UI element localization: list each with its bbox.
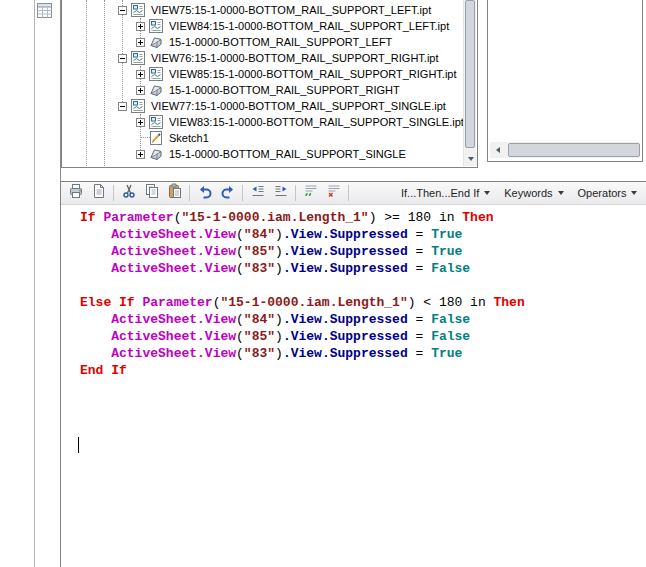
snippets-dropdown[interactable]: If...Then...End If xyxy=(394,183,497,204)
tree-item-label: VIEW84:15-1-0000-BOTTOM_RAIL_SUPPORT_LEF… xyxy=(167,19,451,33)
toolbar-separator xyxy=(189,185,190,201)
comment-button[interactable] xyxy=(299,183,322,204)
expand-icon[interactable] xyxy=(136,118,145,127)
code-line[interactable]: ActiveSheet.View("84").View.Suppressed =… xyxy=(80,226,646,243)
indent-icon xyxy=(273,183,289,203)
code-token-pl: = xyxy=(408,227,431,242)
code-token-bool: True xyxy=(431,346,462,361)
code-token-pl: = xyxy=(408,261,431,276)
cut-button[interactable] xyxy=(117,183,140,204)
collapse-icon[interactable] xyxy=(118,54,127,63)
undo-button[interactable] xyxy=(193,183,216,204)
text-caret xyxy=(78,437,79,453)
code-line[interactable] xyxy=(80,277,646,294)
ilogic-editor-window: VIEW75:15-1-0000-BOTTOM_RAIL_SUPPORT_LEF… xyxy=(0,0,646,567)
code-token-fn: ActiveSheet.View xyxy=(111,346,236,361)
paste-button[interactable] xyxy=(163,183,186,204)
tree-item[interactable]: 15-1-0000-BOTTOM_RAIL_SUPPORT_SINGLE xyxy=(62,146,463,162)
toolbar-separator xyxy=(242,185,243,201)
code-token-str: "84" xyxy=(244,227,275,242)
outdent-icon xyxy=(250,183,266,203)
decrease-indent-button[interactable] xyxy=(246,183,269,204)
code-token-kw: Then xyxy=(494,295,525,310)
arrow-down-icon xyxy=(468,157,474,161)
scroll-down-button[interactable] xyxy=(464,152,477,166)
preview-button[interactable] xyxy=(87,183,110,204)
drawing-view-icon xyxy=(130,3,146,17)
code-token-pl: ) >= 180 in xyxy=(369,210,463,225)
increase-indent-button[interactable] xyxy=(269,183,292,204)
drawing-view-icon xyxy=(148,115,164,129)
expand-icon[interactable] xyxy=(136,38,145,47)
expand-icon[interactable] xyxy=(136,70,145,79)
tree-item[interactable]: VIEW84:15-1-0000-BOTTOM_RAIL_SUPPORT_LEF… xyxy=(62,18,463,34)
keywords-dropdown[interactable]: Keywords xyxy=(497,183,570,204)
toolbar-separator xyxy=(348,185,349,201)
code-area[interactable]: If Parameter("15-1-0000.iam.Length_1") >… xyxy=(61,205,646,379)
code-token-pl: ( xyxy=(236,346,244,361)
tree-item[interactable]: 15-1-0000-BOTTOM_RAIL_SUPPORT_LEFT xyxy=(62,34,463,50)
panel-edge-line xyxy=(34,0,35,567)
chevron-down-icon xyxy=(631,191,637,195)
code-line[interactable]: If Parameter("15-1-0000.iam.Length_1") >… xyxy=(80,209,646,226)
tree-item[interactable]: Sketch1 xyxy=(62,130,463,146)
code-token-bool: False xyxy=(431,329,470,344)
tree-item-label: VIEW85:15-1-0000-BOTTOM_RAIL_SUPPORT_RIG… xyxy=(167,67,459,81)
scroll-left-button[interactable] xyxy=(490,142,505,158)
chevron-down-icon xyxy=(558,191,564,195)
drawing-view-icon xyxy=(148,19,164,33)
code-token-pl xyxy=(80,312,111,327)
print-button[interactable] xyxy=(64,183,87,204)
tree-vertical-scrollbar[interactable] xyxy=(463,0,476,166)
code-token-pl: = xyxy=(408,244,431,259)
tree-item[interactable]: VIEW85:15-1-0000-BOTTOM_RAIL_SUPPORT_RIG… xyxy=(62,66,463,82)
code-line[interactable]: Else If Parameter("15-1-0000.iam.Length_… xyxy=(80,294,646,311)
operators-dropdown[interactable]: Operators xyxy=(571,183,645,204)
code-token-pl: ( xyxy=(236,244,244,259)
code-token-kw: Then xyxy=(462,210,493,225)
collapse-icon[interactable] xyxy=(118,102,127,111)
code-token-kw: If xyxy=(80,210,103,225)
code-token-pl xyxy=(80,244,111,259)
clipboard-icon xyxy=(167,183,183,203)
redo-button[interactable] xyxy=(216,183,239,204)
code-token-prop: .View.Suppressed xyxy=(283,244,408,259)
code-token-prop: .View.Suppressed xyxy=(283,227,408,242)
model-tree-panel: VIEW75:15-1-0000-BOTTOM_RAIL_SUPPORT_LEF… xyxy=(61,0,478,168)
tree-item-label: 15-1-0000-BOTTOM_RAIL_SUPPORT_RIGHT xyxy=(167,83,402,97)
expand-icon[interactable] xyxy=(136,86,145,95)
code-token-pl xyxy=(80,346,111,361)
code-token-pl: ) xyxy=(275,329,283,344)
drawing-view-icon xyxy=(130,51,146,65)
drawing-view-icon xyxy=(148,67,164,81)
snippets-grid-icon[interactable] xyxy=(37,3,52,18)
scrollbar-thumb[interactable] xyxy=(508,143,640,157)
code-line[interactable]: ActiveSheet.View("85").View.Suppressed =… xyxy=(80,328,646,345)
collapse-icon[interactable] xyxy=(118,6,127,15)
code-token-str: "85" xyxy=(244,244,275,259)
expand-icon[interactable] xyxy=(136,150,145,159)
copy-button[interactable] xyxy=(140,183,163,204)
code-token-fn: ActiveSheet.View xyxy=(111,329,236,344)
part-icon xyxy=(148,83,164,97)
expand-icon[interactable] xyxy=(136,22,145,31)
code-line[interactable]: ActiveSheet.View("85").View.Suppressed =… xyxy=(80,243,646,260)
scrollbar-thumb[interactable] xyxy=(465,0,475,148)
tree-item[interactable]: VIEW75:15-1-0000-BOTTOM_RAIL_SUPPORT_LEF… xyxy=(62,2,463,18)
code-token-kw: Else If xyxy=(80,295,142,310)
code-token-pl: = xyxy=(408,312,431,327)
code-token-pl: ) xyxy=(275,261,283,276)
code-line[interactable]: ActiveSheet.View("84").View.Suppressed =… xyxy=(80,311,646,328)
code-line[interactable]: ActiveSheet.View("83").View.Suppressed =… xyxy=(80,345,646,362)
code-line[interactable]: End If xyxy=(80,362,646,379)
secondary-horizontal-scrollbar[interactable] xyxy=(490,142,640,158)
tree-item[interactable]: VIEW77:15-1-0000-BOTTOM_RAIL_SUPPORT_SIN… xyxy=(62,98,463,114)
code-token-prop: .View.Suppressed xyxy=(283,346,408,361)
uncomment-button[interactable] xyxy=(322,183,345,204)
code-token-fn: ActiveSheet.View xyxy=(111,261,236,276)
tree-item-label: VIEW75:15-1-0000-BOTTOM_RAIL_SUPPORT_LEF… xyxy=(149,3,433,17)
tree-item[interactable]: 15-1-0000-BOTTOM_RAIL_SUPPORT_RIGHT xyxy=(62,82,463,98)
code-line[interactable]: ActiveSheet.View("83").View.Suppressed =… xyxy=(80,260,646,277)
tree-item[interactable]: VIEW76:15-1-0000-BOTTOM_RAIL_SUPPORT_RIG… xyxy=(62,50,463,66)
tree-item[interactable]: VIEW83:15-1-0000-BOTTOM_RAIL_SUPPORT_SIN… xyxy=(62,114,463,130)
